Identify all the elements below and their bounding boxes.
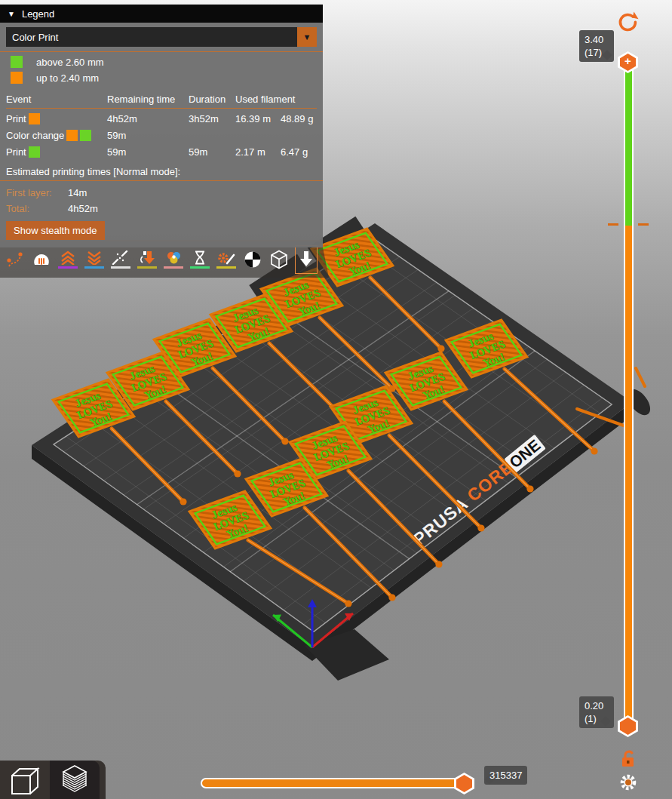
move-index-value: 315337 bbox=[489, 770, 522, 781]
retractions-icon[interactable] bbox=[57, 244, 78, 275]
first-layer-value: 14m bbox=[68, 187, 87, 198]
retractions-underline bbox=[58, 266, 78, 269]
collapse-triangle-icon[interactable]: ▼ bbox=[8, 10, 15, 18]
seams-underline bbox=[111, 266, 130, 269]
remaining-value: 59m bbox=[107, 146, 189, 158]
total-row: Total: 4h52m bbox=[0, 201, 323, 217]
total-label: Total: bbox=[6, 203, 68, 214]
layer-bottom-tooltip: 0.20 (1) bbox=[579, 696, 614, 728]
tool-changes-icon[interactable] bbox=[137, 244, 158, 275]
reset-view-icon[interactable] bbox=[615, 11, 639, 38]
view-layers-button[interactable] bbox=[50, 761, 100, 799]
filament-g-value: 48.89 g bbox=[281, 113, 323, 124]
table-row: Print 59m 59m 2.17 m 6.47 g bbox=[6, 143, 317, 160]
first-layer-row: First layer: 14m bbox=[0, 185, 323, 201]
legend-header[interactable]: ▼ Legend bbox=[0, 5, 323, 23]
layer-height-value: 0.20 bbox=[585, 699, 609, 712]
remaining-value: 59m bbox=[107, 130, 189, 141]
remaining-value: 4h52m bbox=[107, 113, 189, 124]
color-changes-icon[interactable] bbox=[163, 244, 184, 275]
gcode-preview-window: PRUSA COREONEJesusLOVESYou!JesusLOVESYou… bbox=[0, 0, 672, 799]
table-row: Print 4h52m 3h52m 16.39 m 48.89 g bbox=[6, 110, 317, 127]
events-table: Event Remaining time Duration Used filam… bbox=[0, 91, 317, 160]
separator bbox=[6, 108, 317, 109]
orange-swatch bbox=[29, 113, 40, 124]
purge-line bbox=[636, 368, 645, 386]
legend-title: Legend bbox=[22, 8, 54, 20]
tool-changes-underline bbox=[137, 266, 157, 269]
travel-moves-icon[interactable] bbox=[5, 244, 26, 275]
view-type-dropdown[interactable]: Color Print ▼ bbox=[6, 27, 317, 47]
legend-item: up to 2.40 mm bbox=[0, 68, 323, 84]
duration-value: 59m bbox=[189, 146, 235, 158]
lock-slider-icon[interactable] bbox=[618, 748, 639, 773]
color-changes-underline bbox=[164, 266, 183, 269]
seams-icon[interactable] bbox=[110, 244, 131, 275]
event-label: Print bbox=[6, 146, 26, 158]
color-change-tick-right bbox=[638, 223, 649, 226]
green-swatch bbox=[29, 146, 40, 158]
layer-range-slider[interactable] bbox=[624, 62, 634, 732]
wipe-icon[interactable] bbox=[31, 244, 52, 275]
total-value: 4h52m bbox=[68, 203, 98, 214]
table-row: Color change 59m bbox=[6, 127, 317, 143]
estimated-times-title: Estimated printing times [Normal mode]: bbox=[0, 160, 323, 180]
col-filament: Used filament bbox=[235, 94, 323, 105]
col-duration: Duration bbox=[189, 94, 235, 105]
deretractions-underline bbox=[84, 266, 104, 269]
show-stealth-mode-button[interactable]: Show stealth mode bbox=[6, 221, 105, 240]
orange-swatch bbox=[66, 130, 78, 141]
add-color-change-icon[interactable]: + bbox=[618, 54, 638, 67]
shells-icon[interactable] bbox=[268, 244, 290, 275]
color-change-tick-left bbox=[608, 223, 618, 226]
first-layer-label: First layer: bbox=[6, 187, 68, 198]
filament-m-value: 2.17 m bbox=[235, 146, 281, 158]
filament-g-value: 6.47 g bbox=[281, 146, 323, 158]
view-mode-toggle bbox=[0, 761, 106, 799]
deretractions-icon[interactable] bbox=[84, 244, 105, 275]
filament-m-value: 16.39 m bbox=[235, 113, 281, 124]
layer-height-value: 3.40 bbox=[585, 33, 609, 46]
legend-item: above 2.60 mm bbox=[0, 52, 323, 68]
layer-number-value: (1) bbox=[585, 712, 609, 725]
moves-tooltip: 315337 bbox=[484, 766, 527, 785]
moves-slider[interactable] bbox=[201, 778, 474, 788]
table-header-row: Event Remaining time Duration Used filam… bbox=[6, 91, 317, 106]
custom-gcode-underline bbox=[216, 266, 236, 269]
layer-top-tooltip: 3.40 (17) bbox=[579, 30, 614, 62]
pause-prints-underline bbox=[190, 266, 210, 269]
legend-item-label: up to 2.40 mm bbox=[36, 72, 99, 84]
dropdown-arrow-icon[interactable]: ▼ bbox=[297, 27, 317, 47]
col-remaining: Remaining time bbox=[107, 94, 189, 105]
duration-value: 3h52m bbox=[189, 113, 235, 124]
custom-gcode-icon[interactable] bbox=[216, 244, 237, 275]
col-event: Event bbox=[6, 94, 107, 105]
center-of-gravity-icon[interactable] bbox=[242, 244, 263, 275]
green-swatch bbox=[80, 130, 91, 141]
pause-prints-icon[interactable] bbox=[189, 244, 210, 275]
legend-item-label: above 2.60 mm bbox=[36, 57, 104, 68]
orange-swatch bbox=[11, 72, 23, 84]
layer-number-value: (17) bbox=[585, 46, 609, 59]
slider-settings-gear-icon[interactable] bbox=[618, 773, 638, 795]
event-label: Color change bbox=[6, 130, 64, 141]
event-label: Print bbox=[6, 113, 26, 124]
tool-marker-icon[interactable] bbox=[295, 245, 318, 274]
separator bbox=[0, 180, 323, 181]
green-swatch bbox=[11, 56, 23, 68]
view-3d-button[interactable] bbox=[0, 761, 50, 799]
legend-panel: ▼ Legend Color Print ▼ above 2.60 mm up … bbox=[0, 5, 323, 247]
view-type-value[interactable]: Color Print bbox=[6, 27, 297, 47]
